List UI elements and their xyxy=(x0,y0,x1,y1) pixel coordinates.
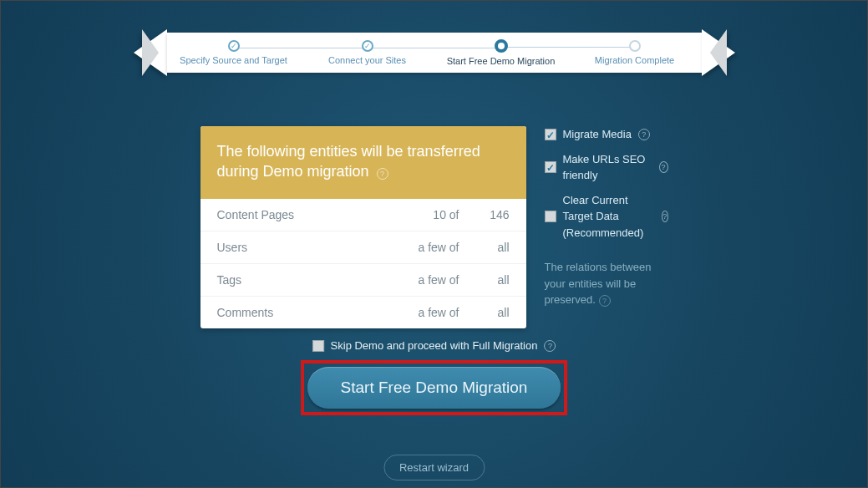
step-label: Migration Complete xyxy=(568,55,702,65)
entity-full-count: all xyxy=(459,273,510,287)
table-row: Comments a few of all xyxy=(201,297,526,328)
help-icon[interactable]: ? xyxy=(544,340,556,352)
preservation-note: The relations between your entities will… xyxy=(545,259,668,308)
entity-name: Tags xyxy=(217,273,384,287)
step-label: Connect your Sites xyxy=(301,55,434,65)
check-icon xyxy=(362,40,373,52)
entity-full-count: all xyxy=(459,306,510,319)
checkbox-icon[interactable] xyxy=(545,211,556,222)
checkbox-icon[interactable] xyxy=(545,129,556,140)
step-start-demo[interactable]: Start Free Demo Migration xyxy=(434,39,568,66)
step-label: Start Free Demo Migration xyxy=(434,56,568,66)
checkbox-icon[interactable] xyxy=(312,340,324,352)
check-icon xyxy=(228,40,240,52)
entity-full-count: 146 xyxy=(459,208,510,221)
step-connector xyxy=(368,48,501,48)
main-area: The following entities will be transferr… xyxy=(201,126,668,328)
option-seo-urls[interactable]: Make URLs SEO friendly ? xyxy=(545,151,668,184)
restart-wizard-button[interactable]: Restart wizard xyxy=(383,455,485,480)
help-icon[interactable]: ? xyxy=(377,168,388,180)
circle-icon xyxy=(495,39,508,53)
table-row: Users a few of all xyxy=(201,231,526,264)
start-demo-migration-button[interactable]: Start Free Demo Migration xyxy=(307,367,561,409)
option-label: Make URLs SEO friendly xyxy=(563,151,652,184)
step-connector xyxy=(234,48,368,48)
migration-options: Migrate Media ? Make URLs SEO friendly ?… xyxy=(545,126,668,328)
table-row: Content Pages 10 of 146 xyxy=(201,199,526,231)
entity-name: Users xyxy=(217,241,384,254)
skip-demo-row[interactable]: Skip Demo and proceed with Full Migratio… xyxy=(312,339,556,352)
entity-full-count: all xyxy=(459,241,510,254)
entities-table: Content Pages 10 of 146 Users a few of a… xyxy=(201,199,526,328)
ribbon-left xyxy=(134,29,167,76)
help-icon[interactable]: ? xyxy=(638,129,650,140)
entity-demo-count: a few of xyxy=(384,273,459,287)
ribbon-right xyxy=(702,29,735,76)
entity-demo-count: a few of xyxy=(384,306,459,319)
skip-label: Skip Demo and proceed with Full Migratio… xyxy=(331,339,538,352)
option-label: Migrate Media xyxy=(563,126,632,143)
card-heading: The following entities will be transferr… xyxy=(201,126,526,199)
option-clear-target[interactable]: Clear Current Target Data (Recommended) … xyxy=(545,192,668,241)
entity-demo-count: a few of xyxy=(384,241,459,254)
step-specify-source[interactable]: Specify Source and Target xyxy=(167,40,301,65)
note-text: The relations between your entities will… xyxy=(545,261,652,306)
entity-name: Comments xyxy=(217,306,384,319)
option-migrate-media[interactable]: Migrate Media ? xyxy=(545,126,668,143)
step-label: Specify Source and Target xyxy=(167,55,301,65)
cta-highlight-box: Start Free Demo Migration xyxy=(301,360,568,415)
stepper-track: Specify Source and Target Connect your S… xyxy=(167,33,702,73)
step-connect-sites[interactable]: Connect your Sites xyxy=(301,40,434,65)
step-migration-complete[interactable]: Migration Complete xyxy=(568,40,702,65)
progress-stepper: Specify Source and Target Connect your S… xyxy=(134,28,735,78)
help-icon[interactable]: ? xyxy=(599,295,611,307)
circle-icon xyxy=(629,40,641,52)
help-icon[interactable]: ? xyxy=(659,161,668,173)
step-connector xyxy=(501,47,635,48)
table-row: Tags a few of all xyxy=(201,264,526,297)
entity-name: Content Pages xyxy=(217,208,384,221)
entities-card: The following entities will be transferr… xyxy=(201,126,526,328)
entity-demo-count: 10 of xyxy=(384,208,459,221)
card-heading-text: The following entities will be transferr… xyxy=(217,143,480,180)
help-icon[interactable]: ? xyxy=(662,211,667,222)
option-label: Clear Current Target Data (Recommended) xyxy=(563,192,656,241)
checkbox-icon[interactable] xyxy=(545,161,556,173)
